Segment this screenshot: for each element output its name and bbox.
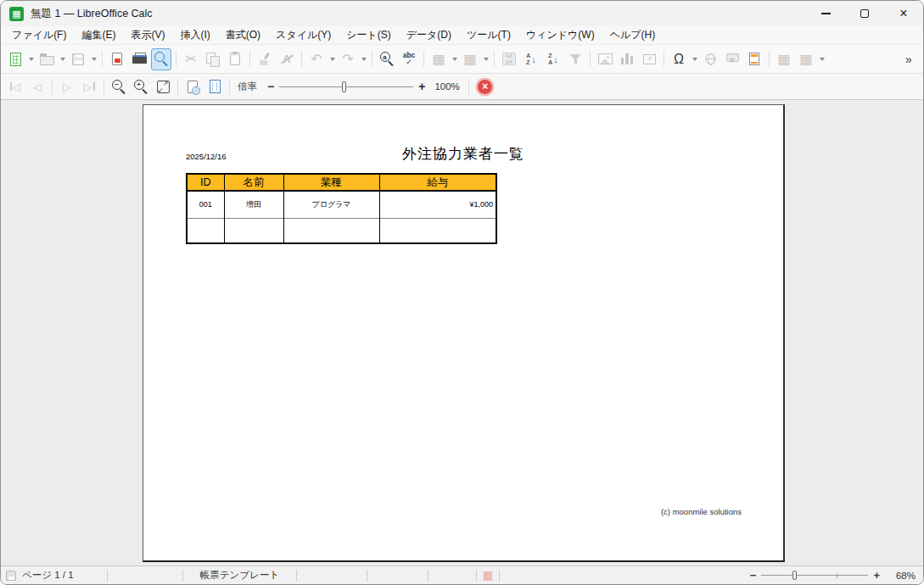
draw-functions-button[interactable]: ↗ [639,48,659,70]
status-zoom-slider[interactable] [761,570,868,582]
print-preview-button[interactable] [151,48,171,70]
status-divider [499,570,500,582]
find-replace-button[interactable]: a [377,48,397,70]
save-dropdown[interactable] [90,48,98,70]
status-zoom-percent[interactable]: 68% [882,571,916,581]
separator [52,79,53,95]
status-zoom-handle[interactable] [792,571,797,580]
scale-decrease-button[interactable]: − [264,80,277,93]
cut-button[interactable]: ✂ [181,48,201,70]
sort-button[interactable]: AZZA [499,48,519,70]
print-preview-toolbar: ◁ ◁ ▷ ▷ − + 倍率 − + 100% [1,74,923,100]
menu-view[interactable]: 表示(V) [123,26,172,44]
export-pdf-button[interactable] [107,48,127,70]
autofilter-button[interactable] [565,48,585,70]
redo-dropdown[interactable] [360,48,367,70]
save-button[interactable] [68,48,88,70]
menu-styles[interactable]: スタイル(Y) [268,26,339,44]
format-page-button[interactable] [182,75,203,98]
menu-insert[interactable]: 挿入(I) [172,26,217,44]
spelling-button[interactable]: abc✓ [399,48,419,70]
preview-zoom-value: 100% [434,81,459,92]
insert-rows-dropdown[interactable] [451,48,458,70]
full-screen-button[interactable] [153,75,173,98]
special-character-button[interactable]: Ω [669,48,689,70]
menu-help[interactable]: ヘルプ(H) [602,26,664,44]
autofilter-funnel-icon [569,54,581,64]
scale-slider-track [279,86,413,88]
separator [176,51,176,67]
status-segment [108,566,182,585]
insert-hyperlink-button[interactable] [700,48,720,70]
last-page-button[interactable]: ▷ [79,75,99,98]
menu-format[interactable]: 書式(O) [218,26,268,44]
insert-rows-button[interactable]: ▦ [428,48,449,70]
undo-dropdown[interactable] [328,48,336,70]
toolbar-overflow-button[interactable]: » [899,48,919,70]
special-character-dropdown[interactable] [691,48,698,70]
insert-columns-button[interactable]: ▦ [460,48,480,70]
clone-formatting-brush-icon [259,53,271,65]
insert-columns-dropdown[interactable] [482,48,490,70]
zoom-out-button[interactable]: − [109,75,129,98]
insert-comment-button[interactable] [722,48,742,70]
margins-button[interactable] [204,75,225,98]
clear-formatting-button[interactable]: A [277,48,297,70]
separator [769,51,770,67]
menu-tools[interactable]: ツール(T) [459,26,518,44]
first-page-icon: ◁ [10,81,21,92]
scale-slider[interactable] [279,81,413,93]
copy-button[interactable] [203,48,223,70]
redo-button[interactable]: ↷ [338,48,358,70]
cell-type [283,218,379,243]
calc-app-icon: ▦ [9,7,24,21]
print-area-grid-icon: ▦ [777,53,790,66]
document-table: ID 名前 業種 給与 001 増田 プログラマ ¥1,000 [186,173,497,244]
zoom-in-button[interactable]: + [131,75,151,98]
status-zoom-out-button[interactable]: − [748,569,759,582]
close-icon: × [899,7,907,20]
table-header-row: ID 名前 業種 給与 [187,174,496,191]
table-row: 001 増田 プログラマ ¥1,000 [187,191,496,218]
new-document-dropdown[interactable] [27,48,35,70]
paste-button[interactable] [225,48,245,70]
headers-footers-button[interactable] [744,48,764,70]
print-area-button[interactable]: ▦ [774,48,794,70]
sort-descending-button[interactable]: ZA↓ [543,48,563,70]
menu-file[interactable]: ファイル(F) [4,26,74,44]
menu-window[interactable]: ウィンドウ(W) [518,26,602,44]
sort-ascending-button[interactable]: AZ↓ [521,48,541,70]
insert-chart-button[interactable] [617,48,637,70]
first-page-button[interactable]: ◁ [5,75,25,98]
undo-button[interactable]: ↶ [306,48,327,70]
insert-image-button[interactable] [595,48,615,70]
freeze-panes-button[interactable]: ▦ [796,48,816,70]
close-button[interactable]: × [884,1,923,26]
status-zoom-in-button[interactable]: + [871,569,882,582]
freeze-panes-dropdown[interactable] [818,48,826,70]
cell-salary [379,218,496,243]
menu-data[interactable]: データ(D) [399,26,459,44]
zoom-out-icon: − [112,80,126,94]
scale-increase-button[interactable]: + [415,80,428,93]
menu-sheet[interactable]: シート(S) [339,26,399,44]
previous-page-button[interactable]: ◁ [27,75,48,98]
page-indicator: ページ 1 / 1 [22,566,107,585]
clone-formatting-button[interactable] [255,48,275,70]
maximize-button[interactable] [845,1,884,26]
new-document-button[interactable] [5,48,25,70]
open-dropdown[interactable] [59,48,66,70]
separator [468,79,469,95]
scale-slider-handle[interactable] [342,81,346,92]
status-segment [428,566,476,585]
minimize-button[interactable] [806,1,845,26]
close-preview-button[interactable] [475,75,496,98]
omega-icon: Ω [674,53,684,66]
print-button[interactable] [129,48,149,70]
menu-edit[interactable]: 編集(E) [74,26,123,44]
next-page-button[interactable]: ▷ [57,75,77,98]
zoom-in-icon: + [134,80,148,94]
open-button[interactable] [36,48,57,70]
open-folder-icon [40,56,54,65]
window-title: 無題 1 — LibreOffice Calc [31,7,153,21]
